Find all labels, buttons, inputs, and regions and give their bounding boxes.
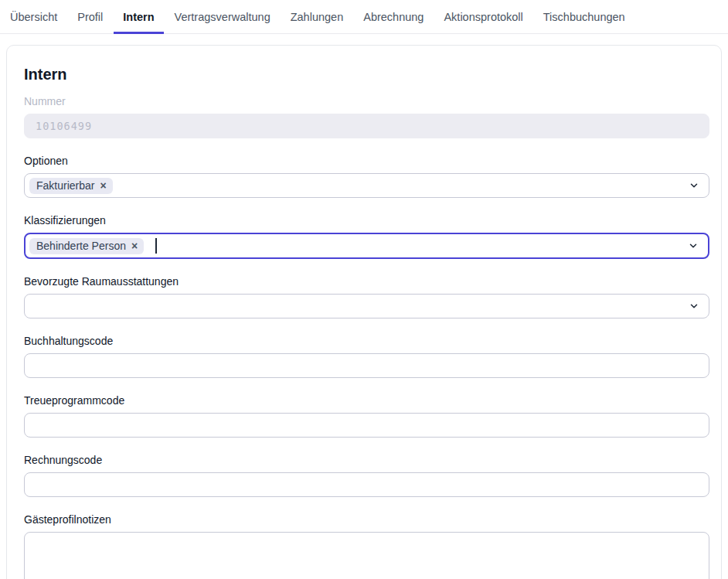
buchhaltungscode-label: Buchhaltungscode [24, 335, 709, 348]
gaesteprofilnotizen-textarea[interactable] [24, 532, 709, 579]
gaesteprofilnotizen-label: Gästeprofilnotizen [24, 513, 709, 526]
field-nummer: Nummer [24, 95, 709, 138]
chip-behinderte-person[interactable]: Behinderte Person × [29, 238, 144, 254]
field-klassifizierungen: Klassifizierungen Behinderte Person × [24, 214, 709, 259]
tab-tischbuchungen[interactable]: Tischbuchungen [533, 0, 635, 33]
optionen-multiselect[interactable]: Fakturierbar × [24, 173, 709, 198]
nummer-input [24, 114, 709, 138]
field-buchhaltungscode: Buchhaltungscode [24, 335, 709, 378]
chip-remove-icon[interactable]: × [131, 240, 138, 251]
tab-uebersicht[interactable]: Übersicht [0, 0, 67, 33]
rechnungscode-input[interactable] [24, 472, 709, 497]
tab-profil[interactable]: Profil [67, 0, 113, 33]
klassifizierungen-multiselect[interactable]: Behinderte Person × [24, 233, 709, 259]
nummer-label: Nummer [24, 95, 709, 108]
chevron-down-icon[interactable] [688, 240, 699, 251]
tab-bar: Übersicht Profil Intern Vertragsverwaltu… [0, 0, 728, 34]
field-rechnungscode: Rechnungscode [24, 454, 709, 497]
chevron-down-icon[interactable] [689, 180, 699, 191]
treueprogrammcode-label: Treueprogrammcode [24, 394, 709, 407]
field-treueprogrammcode: Treueprogrammcode [24, 394, 709, 438]
chip-fakturierbar[interactable]: Fakturierbar × [29, 178, 113, 194]
treueprogrammcode-input[interactable] [24, 413, 709, 438]
klassifizierungen-label: Klassifizierungen [24, 214, 709, 227]
tab-intern[interactable]: Intern [113, 0, 164, 33]
tab-aktionsprotokoll[interactable]: Aktionsprotokoll [434, 0, 532, 33]
field-optionen: Optionen Fakturierbar × [24, 155, 709, 198]
page-title: Intern [24, 65, 709, 83]
chip-remove-icon[interactable]: × [100, 180, 106, 191]
text-caret [155, 238, 157, 254]
optionen-label: Optionen [24, 155, 709, 168]
raumausstattungen-multiselect[interactable] [24, 294, 709, 318]
raumausstattungen-label: Bevorzugte Raumausstattungen [24, 275, 709, 288]
chip-label: Fakturierbar [36, 179, 94, 192]
buchhaltungscode-input[interactable] [24, 353, 709, 378]
rechnungscode-label: Rechnungscode [24, 454, 709, 467]
chevron-down-icon[interactable] [689, 301, 699, 312]
field-raumausstattungen: Bevorzugte Raumausstattungen [24, 275, 709, 318]
tab-vertragsverwaltung[interactable]: Vertragsverwaltung [165, 0, 281, 33]
field-gaesteprofilnotizen: Gästeprofilnotizen [24, 513, 709, 579]
tab-zahlungen[interactable]: Zahlungen [281, 0, 354, 33]
tab-abrechnung[interactable]: Abrechnung [353, 0, 434, 33]
intern-panel: Intern Nummer Optionen Fakturierbar × Kl… [6, 45, 722, 579]
chip-label: Behinderte Person [36, 240, 126, 252]
